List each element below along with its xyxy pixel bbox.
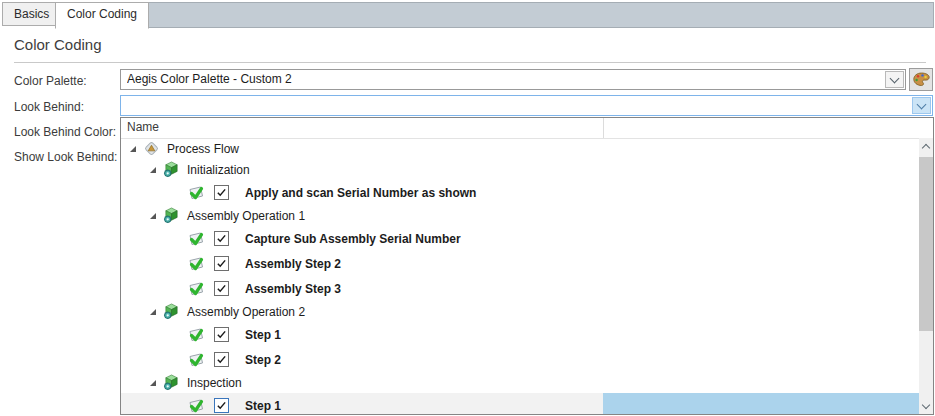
tab-strip-filler <box>139 2 934 28</box>
column-divider[interactable] <box>603 118 604 138</box>
look-behind-color-label: Look Behind Color: <box>14 124 116 140</box>
tree-row-label: Inspection <box>187 376 242 390</box>
tree-row-step[interactable]: Apply and scan Serial Number as shown <box>121 180 919 205</box>
tree-row-extra-cell <box>603 251 919 276</box>
page-title: Color Coding <box>14 36 102 53</box>
step-checkbox[interactable] <box>214 185 229 200</box>
tab-basics[interactable]: Basics <box>2 2 61 26</box>
tree-row-extra-cell <box>603 159 919 180</box>
expander-expanded-icon[interactable] <box>129 145 137 153</box>
tab-color-coding[interactable]: Color Coding <box>55 2 149 29</box>
scrollbar-thumb[interactable] <box>919 157 933 331</box>
chevron-down-icon[interactable] <box>912 97 931 114</box>
tree-row-label: Step 1 <box>245 399 281 413</box>
tree-rows: Process FlowInitializationApply and scan… <box>121 138 919 414</box>
vertical-scrollbar[interactable] <box>919 138 933 414</box>
title-separator <box>14 62 926 63</box>
name-column-header[interactable]: Name <box>127 118 159 137</box>
chevron-up-icon <box>922 143 930 151</box>
look-behind-combobox[interactable] <box>120 95 933 116</box>
tree-row-extra-cell <box>603 138 919 159</box>
step-check-icon <box>187 326 205 344</box>
tree-row-label: Capture Sub Assembly Serial Number <box>245 232 461 246</box>
palette-button[interactable] <box>909 68 933 91</box>
tree-row-label: Initialization <box>187 163 250 177</box>
step-check-icon <box>187 184 205 202</box>
operation-gear-cube-icon <box>163 303 180 320</box>
step-checkbox[interactable] <box>214 256 229 271</box>
tree-row-label: Assembly Step 2 <box>245 257 341 271</box>
step-check-icon <box>187 230 205 248</box>
tree-row-extra-cell <box>603 226 919 251</box>
expander-expanded-icon[interactable] <box>149 308 157 316</box>
step-check-icon <box>187 397 205 415</box>
tree-row-group[interactable]: Process Flow <box>121 138 919 159</box>
tree-row-group[interactable]: Initialization <box>121 159 919 180</box>
tree-row-label: Assembly Operation 1 <box>187 209 305 223</box>
look-behind-tree: Name Process FlowInitializationApply and… <box>120 117 934 415</box>
color-coding-panel: Basics Color Coding Color Coding Color P… <box>0 0 935 416</box>
tree-row-extra-cell <box>603 372 919 393</box>
color-palette-value: Aegis Color Palette - Custom 2 <box>127 70 881 89</box>
operation-gear-cube-icon <box>163 374 180 391</box>
expander-expanded-icon[interactable] <box>149 212 157 220</box>
tree-row-extra-cell <box>603 322 919 347</box>
color-palette-label: Color Palette: <box>14 73 87 89</box>
tree-row-group[interactable]: Assembly Operation 2 <box>121 301 919 322</box>
step-checkbox[interactable] <box>214 398 229 413</box>
palette-icon <box>913 72 930 87</box>
tree-row-label: Step 1 <box>245 328 281 342</box>
tree-row-extra-cell <box>603 393 919 414</box>
tree-row-label: Step 2 <box>245 353 281 367</box>
step-checkbox[interactable] <box>214 352 229 367</box>
tree-row-group[interactable]: Assembly Operation 1 <box>121 205 919 226</box>
step-checkbox[interactable] <box>214 231 229 246</box>
tree-row-group[interactable]: Inspection <box>121 372 919 393</box>
color-palette-combobox[interactable]: Aegis Color Palette - Custom 2 <box>120 69 906 90</box>
tree-row-step[interactable]: Capture Sub Assembly Serial Number <box>121 226 919 251</box>
step-check-icon <box>187 351 205 369</box>
tree-row-extra-cell <box>603 347 919 372</box>
operation-gear-cube-icon <box>163 161 180 178</box>
tree-row-extra-cell <box>603 205 919 226</box>
step-check-icon <box>187 280 205 298</box>
scroll-up-button[interactable] <box>919 138 933 154</box>
expander-expanded-icon[interactable] <box>149 379 157 387</box>
step-check-icon <box>187 255 205 273</box>
step-checkbox[interactable] <box>214 281 229 296</box>
tree-row-label: Assembly Step 3 <box>245 282 341 296</box>
look-behind-label: Look Behind: <box>14 99 84 115</box>
chevron-down-icon[interactable] <box>885 71 904 88</box>
tree-row-extra-cell <box>603 276 919 301</box>
scroll-down-button[interactable] <box>919 398 933 414</box>
tree-row-label: Assembly Operation 2 <box>187 305 305 319</box>
expander-expanded-icon[interactable] <box>149 166 157 174</box>
tree-row-step[interactable]: Assembly Step 2 <box>121 251 919 276</box>
tree-row-extra-cell <box>603 180 919 205</box>
show-look-behind-label: Show Look Behind: <box>14 149 117 165</box>
tree-header: Name <box>121 118 933 139</box>
step-checkbox[interactable] <box>214 327 229 342</box>
tree-row-step[interactable]: Step 1 <box>121 322 919 347</box>
tree-row-step[interactable]: Step 1 <box>121 393 919 414</box>
tree-row-step[interactable]: Assembly Step 3 <box>121 276 919 301</box>
tree-row-extra-cell <box>603 301 919 322</box>
tree-row-step[interactable]: Step 2 <box>121 347 919 372</box>
operation-gear-cube-icon <box>163 207 180 224</box>
process-flow-icon <box>143 140 160 157</box>
tree-row-label: Apply and scan Serial Number as shown <box>245 186 476 200</box>
tree-row-label: Process Flow <box>167 142 239 156</box>
chevron-down-icon <box>922 401 930 409</box>
